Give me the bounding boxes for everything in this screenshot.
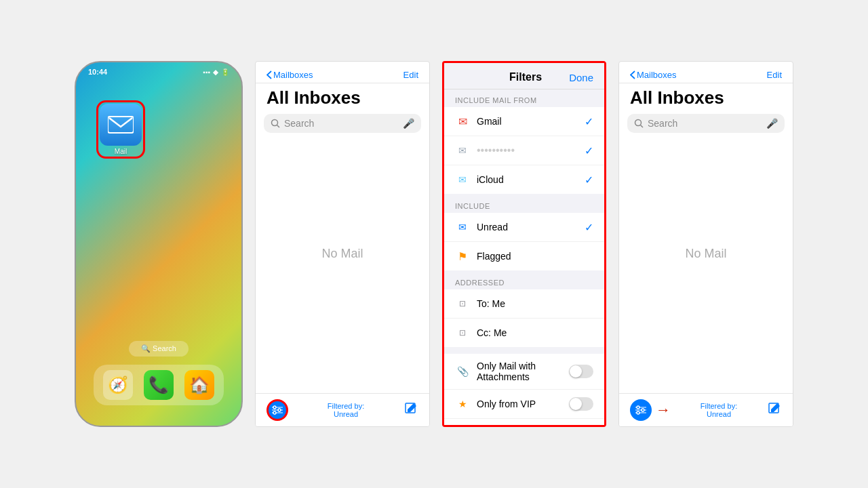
ccme-icon: ⊡ — [455, 325, 470, 340]
unread-icon: ✉ — [455, 220, 470, 235]
vip-toggle[interactable] — [569, 397, 593, 411]
svg-point-2 — [272, 120, 278, 126]
no-mail-text: No Mail — [256, 138, 429, 369]
status-bar: 10:44 ▪▪▪ ◆ 🔋 — [76, 62, 241, 79]
filter-icon-3 — [635, 405, 646, 415]
nav-bar-3: Mailboxes Edit — [619, 62, 793, 83]
svg-point-5 — [278, 409, 281, 411]
mail-app-label: Mail — [115, 148, 127, 155]
addressed-card: ⊡ To: Me ⊡ Cc: Me — [444, 289, 604, 347]
time: 10:44 — [88, 68, 107, 76]
mail-app-icon[interactable] — [100, 104, 142, 146]
back-button[interactable]: Mailboxes — [267, 70, 313, 80]
edit-button-3[interactable]: Edit — [767, 70, 782, 80]
filter-button-3[interactable] — [630, 399, 652, 421]
gmail-icon: ✉ — [455, 114, 470, 129]
section-addressed: ADDRESSED — [444, 272, 604, 289]
unread-check: ✓ — [585, 221, 593, 234]
gmail-check: ✓ — [585, 115, 593, 128]
gmail-label: Gmail — [477, 116, 578, 127]
svg-point-4 — [273, 406, 276, 409]
include-card: ✉ Unread ✓ ⚑ Flagged — [444, 213, 604, 270]
svg-point-17 — [642, 409, 644, 411]
svg-point-14 — [635, 120, 642, 126]
icloud-icon: ✉ — [455, 172, 470, 187]
phone-screen: Mail 🔍 Search 🧭 📞 🏠 — [76, 79, 241, 418]
inbox-screen-after: Mailboxes Edit All Inboxes Search 🎤 No M… — [618, 61, 793, 427]
tome-label: To: Me — [477, 298, 593, 309]
page-title: All Inboxes — [256, 83, 429, 114]
email2-label: •••••••••• — [477, 144, 578, 157]
phone-dock: 🧭 📞 🏠 — [94, 365, 224, 405]
flagged-icon: ⚑ — [455, 249, 470, 264]
bottom-toolbar: Filtered by: Unread — [256, 393, 429, 426]
compose-button[interactable] — [403, 401, 418, 419]
filter-status: Filtered by: Unread — [328, 402, 364, 418]
phone-mockup: 10:44 ▪▪▪ ◆ 🔋 Mail 🔍 Search 🧭 📞 🏠 — [75, 61, 243, 427]
filter-row-tome[interactable]: ⊡ To: Me — [444, 289, 604, 319]
bottom-toolbar-3: → Filtered by: Unread — [619, 393, 793, 426]
status-icons: ▪▪▪ ◆ 🔋 — [203, 68, 229, 76]
filter-row-icloud[interactable]: ✉ iCloud ✓ — [444, 165, 604, 194]
svg-line-3 — [277, 125, 280, 128]
search-icon-3 — [634, 119, 644, 128]
filter-done-button[interactable]: Done — [569, 72, 593, 83]
filter-row-today[interactable]: 📅 Only Mail Sent Today — [444, 419, 604, 425]
search-icon — [271, 119, 280, 128]
icloud-label: iCloud — [477, 174, 578, 185]
filter-row-vip[interactable]: ★ Only from VIP — [444, 390, 604, 419]
page-title-3: All Inboxes — [619, 83, 793, 114]
include-from-card: ✉ Gmail ✓ ✉ •••••••••• ✓ ✉ iCloud ✓ — [444, 107, 604, 194]
safari-icon[interactable]: 🧭 — [103, 370, 133, 400]
phone-search[interactable]: 🔍 Search — [129, 341, 189, 357]
svg-point-16 — [637, 406, 639, 409]
tome-icon: ⊡ — [455, 296, 470, 311]
filter-body: INCLUDE MAIL FROM ✉ Gmail ✓ ✉ ••••••••••… — [444, 89, 604, 425]
svg-point-6 — [273, 411, 276, 414]
svg-rect-0 — [108, 115, 134, 134]
icloud-check: ✓ — [585, 174, 593, 186]
unread-label: Unread — [477, 222, 578, 232]
filter-row-flagged[interactable]: ⚑ Flagged — [444, 242, 604, 270]
section-include: INCLUDE — [444, 195, 604, 213]
phone-icon[interactable]: 📞 — [144, 370, 174, 400]
no-mail-text-3: No Mail — [619, 138, 793, 369]
edit-button[interactable]: Edit — [403, 70, 418, 80]
filter-row-attachments[interactable]: 📎 Only Mail with Attachments — [444, 354, 604, 390]
back-button-3[interactable]: Mailboxes — [630, 70, 677, 80]
arrow-indicator: → — [656, 401, 671, 419]
mic-icon[interactable]: 🎤 — [403, 118, 414, 129]
flagged-label: Flagged — [477, 251, 593, 262]
attachments-toggle[interactable] — [569, 365, 593, 378]
section-include-from: INCLUDE MAIL FROM — [444, 89, 604, 107]
mic-icon-3[interactable]: 🎤 — [766, 118, 778, 129]
filter-row-email2[interactable]: ✉ •••••••••• ✓ — [444, 136, 604, 165]
compose-button-3[interactable] — [767, 401, 782, 419]
search-bar-3[interactable]: Search 🎤 — [627, 114, 785, 133]
filter-modal: Filters Done INCLUDE MAIL FROM ✉ Gmail ✓… — [442, 61, 606, 427]
filter-icon — [272, 405, 283, 415]
filter-title: Filters — [509, 71, 542, 83]
filter-row-gmail[interactable]: ✉ Gmail ✓ — [444, 107, 604, 136]
filter-row-ccme[interactable]: ⊡ Cc: Me — [444, 319, 604, 347]
svg-point-18 — [637, 411, 639, 414]
toggle-card: 📎 Only Mail with Attachments ★ Only from… — [444, 354, 604, 425]
mail-app-icon-wrapper[interactable]: Mail — [96, 100, 145, 159]
filter-button[interactable] — [267, 399, 288, 421]
filter-header: Filters Done — [444, 63, 604, 89]
inbox-screen: Mailboxes Edit All Inboxes Search 🎤 No M… — [255, 61, 430, 427]
email2-check: ✓ — [585, 144, 593, 157]
filter-area: → — [630, 399, 671, 421]
nav-bar: Mailboxes Edit — [256, 62, 429, 83]
search-bar[interactable]: Search 🎤 — [264, 114, 421, 133]
ccme-label: Cc: Me — [477, 327, 593, 338]
vip-label: Only from VIP — [477, 399, 562, 409]
email2-icon: ✉ — [455, 143, 470, 158]
svg-line-15 — [641, 125, 644, 128]
attachment-icon: 📎 — [455, 364, 470, 379]
home-icon[interactable]: 🏠 — [184, 370, 214, 400]
attachment-label: Only Mail with Attachments — [477, 361, 562, 382]
filter-row-unread[interactable]: ✉ Unread ✓ — [444, 213, 604, 242]
vip-star-icon: ★ — [455, 396, 470, 411]
filter-status-3: Filtered by: Unread — [701, 402, 737, 418]
